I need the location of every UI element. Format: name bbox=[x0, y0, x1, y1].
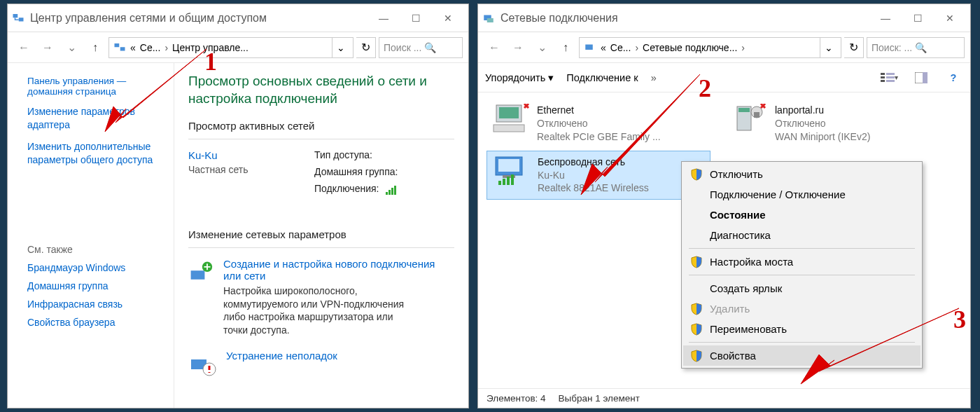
organize-menu[interactable]: Упорядочить▾ bbox=[485, 72, 554, 83]
recent-button[interactable]: ⌄ bbox=[531, 37, 552, 58]
connection-item-ethernet[interactable]: Ethernet Отключено Realtek PCIe GBE Fami… bbox=[486, 99, 710, 148]
network-connections-icon bbox=[584, 41, 596, 54]
sidebar-item-adapter-settings[interactable]: Изменение параметров адаптера bbox=[27, 105, 162, 132]
connection-name: Беспроводная сеть bbox=[538, 156, 649, 169]
refresh-button[interactable]: ↻ bbox=[356, 37, 376, 58]
address-bar: ← → ⌄ ↑ « Се... › Сетевые подключе... › … bbox=[478, 32, 970, 63]
svg-rect-31 bbox=[754, 112, 760, 118]
back-button[interactable]: ← bbox=[13, 37, 34, 58]
network-connections-icon bbox=[482, 12, 495, 25]
ctx-status[interactable]: Состояние bbox=[683, 205, 920, 225]
connection-name: Ethernet bbox=[537, 104, 661, 117]
ctx-delete[interactable]: Удалить bbox=[683, 298, 920, 319]
connection-status: Ku-Ku bbox=[538, 169, 649, 182]
svg-rect-5 bbox=[388, 190, 391, 195]
wireless-icon bbox=[493, 156, 531, 186]
network-center-icon bbox=[113, 41, 126, 54]
network-name[interactable]: Ku-Ku bbox=[188, 149, 293, 161]
ctx-connect-disconnect[interactable]: Подключение / Отключение bbox=[683, 184, 920, 205]
main-panel: Просмотр основных сведений о сети и наст… bbox=[174, 63, 468, 408]
chevron-down-icon: ▾ bbox=[548, 72, 554, 83]
svg-rect-15 bbox=[881, 73, 885, 75]
breadcrumb-segment[interactable]: Се... bbox=[140, 42, 161, 53]
sidebar-item-advanced-sharing[interactable]: Изменить дополнительные параметры общего… bbox=[27, 140, 162, 167]
sidebar-item-firewall[interactable]: Брандмауэр Windows bbox=[27, 262, 162, 273]
maximize-button[interactable]: ☐ bbox=[902, 8, 934, 29]
option-link[interactable]: Создание и настройка нового подключения … bbox=[223, 258, 454, 282]
sidebar-item-infrared[interactable]: Инфракрасная связь bbox=[27, 298, 162, 310]
up-button[interactable]: ↑ bbox=[555, 37, 576, 58]
svg-rect-22 bbox=[923, 72, 927, 83]
close-button[interactable]: ✕ bbox=[432, 8, 464, 29]
connection-device: Realtek 8821AE Wireless bbox=[538, 181, 649, 195]
network-center-icon bbox=[12, 12, 24, 25]
window-controls: — ☐ ✕ bbox=[368, 8, 464, 29]
control-panel-home[interactable]: Панель управления — домашняя страница bbox=[27, 76, 162, 97]
svg-rect-38 bbox=[503, 179, 505, 185]
svg-rect-8 bbox=[191, 270, 205, 280]
forward-button: → bbox=[37, 37, 58, 58]
divider bbox=[188, 139, 454, 139]
breadcrumb[interactable]: « Се... › Центр управле... ⌄ bbox=[108, 37, 354, 58]
ctx-bridge[interactable]: Настройка моста bbox=[683, 252, 920, 272]
preview-pane-button[interactable] bbox=[911, 68, 931, 88]
breadcrumb-segment[interactable]: Центр управле... bbox=[172, 42, 248, 53]
view-layout-button[interactable]: ▾ bbox=[879, 68, 899, 88]
option-link[interactable]: Устранение неполадок bbox=[226, 350, 337, 362]
svg-rect-29 bbox=[738, 108, 750, 112]
sidebar-item-homegroup[interactable]: Домашняя группа bbox=[27, 280, 162, 291]
svg-rect-3 bbox=[120, 47, 125, 50]
breadcrumb-segment[interactable]: Се... bbox=[610, 42, 631, 53]
connection-device: Realtek PCIe GBE Family ... bbox=[537, 130, 661, 144]
forward-button: → bbox=[507, 37, 528, 58]
shield-icon bbox=[690, 168, 703, 181]
breadcrumb-segment[interactable]: Сетевые подключе... bbox=[643, 42, 737, 53]
svg-rect-0 bbox=[13, 14, 18, 18]
ctx-diagnostics[interactable]: Диагностика bbox=[683, 225, 920, 245]
search-icon: 🔍 bbox=[915, 42, 927, 53]
breadcrumb[interactable]: « Се... › Сетевые подключе... › ⌄ bbox=[579, 37, 841, 58]
ctx-properties[interactable]: Свойства bbox=[683, 345, 920, 366]
shield-icon bbox=[690, 350, 703, 362]
window-title: Сетевые подключения bbox=[500, 12, 869, 25]
maximize-button[interactable]: ☐ bbox=[400, 8, 432, 29]
minimize-button[interactable]: — bbox=[869, 8, 902, 29]
svg-rect-24 bbox=[499, 107, 519, 118]
path-history-dropdown[interactable]: ⌄ bbox=[332, 38, 349, 57]
minimize-button[interactable]: — bbox=[368, 8, 400, 29]
connection-device: WAN Miniport (IKEv2) bbox=[775, 130, 870, 144]
svg-rect-14 bbox=[585, 44, 593, 50]
svg-rect-4 bbox=[386, 192, 388, 195]
sidebar-item-browser-props[interactable]: Свойства браузера bbox=[27, 317, 162, 328]
svg-rect-37 bbox=[498, 181, 501, 185]
connection-item-wireless[interactable]: Беспроводная сеть Ku-Ku Realtek 8821AE W… bbox=[486, 151, 710, 200]
close-button[interactable]: ✕ bbox=[934, 8, 966, 29]
option-new-connection[interactable]: Создание и настройка нового подключения … bbox=[188, 258, 454, 338]
up-button[interactable]: ↑ bbox=[85, 37, 106, 58]
recent-button[interactable]: ⌄ bbox=[61, 37, 82, 58]
ctx-rename[interactable]: Переименовать bbox=[683, 319, 920, 339]
back-button[interactable]: ← bbox=[484, 37, 505, 58]
path-history-dropdown[interactable]: ⌄ bbox=[820, 38, 836, 57]
svg-rect-1 bbox=[19, 18, 24, 21]
window-title: Центр управления сетями и общим доступом bbox=[30, 12, 368, 25]
option-troubleshoot[interactable]: Устранение неполадок bbox=[188, 350, 454, 378]
divider bbox=[689, 275, 915, 275]
ctx-disable[interactable]: Отключить bbox=[683, 164, 920, 184]
help-button[interactable]: ? bbox=[944, 68, 963, 88]
connect-to-menu[interactable]: Подключение к bbox=[566, 72, 638, 83]
search-icon: 🔍 bbox=[424, 42, 436, 53]
search-input[interactable]: Поиск: ... 🔍 bbox=[867, 37, 965, 58]
wifi-signal-icon bbox=[386, 185, 397, 195]
connection-item-vpn[interactable]: lanportal.ru Отключено WAN Miniport (IKE… bbox=[724, 99, 948, 148]
network-center-window: Центр управления сетями и общим доступом… bbox=[7, 4, 469, 408]
network-connections-window: Сетевые подключения — ☐ ✕ ← → ⌄ ↑ « Се..… bbox=[477, 4, 971, 408]
refresh-button[interactable]: ↻ bbox=[844, 37, 864, 58]
search-input[interactable]: Поиск ... 🔍 bbox=[379, 37, 463, 58]
svg-rect-17 bbox=[881, 80, 885, 82]
svg-rect-18 bbox=[886, 73, 895, 75]
toolbar-overflow[interactable]: » bbox=[651, 72, 657, 83]
content-area: Панель управления — домашняя страница Из… bbox=[8, 63, 468, 408]
divider bbox=[689, 248, 915, 249]
ctx-shortcut[interactable]: Создать ярлык bbox=[683, 278, 920, 298]
